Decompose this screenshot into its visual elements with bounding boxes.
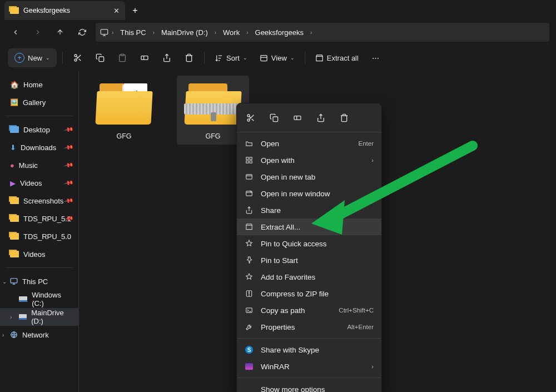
network-icon (10, 331, 18, 339)
drive-icon (19, 314, 27, 320)
chevron-right-icon: › (371, 363, 374, 370)
address-bar: › This PC › MainDrive (D:) › Work › Geek… (0, 20, 556, 44)
pin-icon (245, 256, 254, 264)
sidebar-item-downloads[interactable]: ⬇ Downloads 📌 (0, 138, 78, 156)
sidebar-item-videos[interactable]: ▶ Videos 📌 (0, 174, 78, 192)
nav-sidebar: 🏠 Home 🖼️ Gallery Desktop 📌 ⬇ Downloads … (0, 71, 79, 392)
cm-open[interactable]: Open Enter (237, 135, 381, 152)
cm-pin-start[interactable]: Pin to Start (237, 252, 381, 269)
gallery-icon: 🖼️ (10, 98, 18, 106)
sidebar-item-desktop[interactable]: Desktop 📌 (0, 121, 78, 138)
winrar-icon (245, 363, 253, 370)
new-tab-button[interactable]: + (125, 1, 145, 20)
fonts-folder-icon: A (96, 81, 152, 125)
view-button[interactable]: View ⌄ (255, 48, 299, 67)
breadcrumb[interactable]: › This PC › MainDrive (D:) › Work › Geek… (96, 23, 549, 42)
svg-rect-3 (99, 57, 104, 62)
music-icon: ● (10, 161, 14, 170)
rename-button[interactable] (135, 48, 154, 67)
cm-compress-zip[interactable]: Compress to ZIP file (237, 285, 381, 302)
cm-winrar[interactable]: WinRAR › (237, 358, 381, 375)
crumb-work[interactable]: Work (220, 28, 243, 37)
chevron-right-icon[interactable]: › (10, 314, 12, 320)
crumb-thispc[interactable]: This PC (117, 28, 149, 37)
copy-icon[interactable] (268, 113, 280, 122)
share-icon[interactable] (315, 113, 327, 122)
sidebar-item-home[interactable]: 🏠 Home (0, 76, 78, 93)
window-tab[interactable]: Geeksforgeeks ✕ (4, 1, 125, 20)
pc-icon (100, 28, 108, 37)
sidebar-item-music[interactable]: ● Music 📌 (0, 156, 78, 174)
copy-button[interactable] (91, 48, 110, 67)
cut-icon[interactable] (245, 113, 257, 122)
plus-icon: + (14, 53, 24, 63)
cm-open-new-window[interactable]: Open in new window (237, 185, 381, 202)
forward-button[interactable] (29, 23, 47, 41)
downloads-icon: ⬇ (10, 143, 16, 152)
folder-icon (10, 233, 19, 240)
crumb-current[interactable]: Geeksforgeeks (252, 28, 307, 37)
chevron-down-icon[interactable]: ⌄ (2, 279, 7, 285)
svg-rect-4 (121, 54, 123, 56)
share-icon-button[interactable] (157, 48, 176, 67)
path-icon (245, 306, 254, 314)
cm-share[interactable]: Share (237, 202, 381, 219)
home-icon: 🏠 (10, 81, 19, 89)
file-item-folder[interactable]: A GFG (88, 76, 160, 145)
extract-all-button[interactable]: Extract all (311, 48, 363, 67)
svg-point-10 (247, 119, 250, 121)
cm-pin-quick-access[interactable]: Pin to Quick access (237, 235, 381, 252)
sidebar-item-tds1[interactable]: TDS_RPU_5.1 📌 (0, 210, 78, 227)
svg-rect-16 (250, 161, 252, 163)
cm-properties[interactable]: Properties Alt+Enter (237, 319, 381, 335)
delete-button[interactable] (180, 48, 198, 67)
cm-share-skype[interactable]: S Share with Skype (237, 341, 381, 358)
chevron-right-icon[interactable]: › (2, 332, 4, 338)
refresh-button[interactable] (73, 23, 91, 41)
cm-open-new-tab[interactable]: Open in new tab (237, 168, 381, 185)
sidebar-item-network[interactable]: › Network (0, 326, 78, 344)
open-icon (245, 140, 254, 147)
svg-rect-17 (246, 175, 252, 179)
window-icon (245, 190, 254, 197)
cm-copy-path[interactable]: Copy as path Ctrl+Shift+C (237, 302, 381, 319)
sidebar-item-screenshots[interactable]: Screenshots 📌 (0, 192, 78, 210)
folder-icon (10, 215, 19, 222)
paste-button[interactable] (113, 48, 132, 67)
new-button[interactable]: + New ⌄ (8, 48, 57, 67)
extract-icon (245, 223, 254, 231)
sidebar-item-tds0[interactable]: TDS_RPU_5.0 (0, 227, 78, 245)
delete-icon[interactable] (338, 113, 350, 122)
more-button[interactable]: ⋯ (366, 48, 385, 67)
chevron-down-icon: ⌄ (46, 55, 50, 61)
sidebar-item-windows-c[interactable]: Windows (C:) (0, 290, 78, 308)
chevron-right-icon: › (111, 29, 115, 36)
sort-button[interactable]: Sort ⌄ (210, 48, 252, 67)
sidebar-item-videos2[interactable]: Videos (0, 245, 78, 263)
zip-folder-icon (185, 81, 241, 125)
wrench-icon (245, 323, 254, 331)
close-tab-icon[interactable]: ✕ (113, 7, 120, 15)
svg-rect-14 (250, 157, 252, 160)
back-button[interactable] (7, 23, 24, 41)
svg-rect-6 (261, 55, 267, 61)
cm-show-more-options[interactable]: Show more options (237, 381, 381, 392)
svg-rect-5 (141, 56, 148, 60)
cm-add-favorites[interactable]: Add to Favorites (237, 269, 381, 285)
share-icon (245, 206, 254, 214)
crumb-drive[interactable]: MainDrive (D:) (158, 28, 211, 37)
up-button[interactable] (51, 23, 69, 41)
sidebar-item-thispc[interactable]: ⌄ This PC (0, 272, 78, 290)
tab-icon (245, 173, 254, 181)
skype-icon: S (245, 346, 253, 354)
cm-open-with[interactable]: Open with › (237, 152, 381, 168)
svg-rect-12 (294, 116, 301, 120)
desktop-icon (10, 126, 19, 133)
cut-button[interactable] (68, 48, 87, 67)
sidebar-item-maindrive-d[interactable]: › MainDrive (D:) (0, 308, 78, 326)
command-bar: + New ⌄ Sort ⌄ View ⌄ Extract all ⋯ (0, 44, 556, 71)
sidebar-item-gallery[interactable]: 🖼️ Gallery (0, 93, 78, 111)
context-menu: Open Enter Open with › Open in new tab O… (236, 103, 382, 392)
rename-icon[interactable] (291, 113, 304, 122)
cm-extract-all[interactable]: Extract All... (237, 219, 381, 235)
